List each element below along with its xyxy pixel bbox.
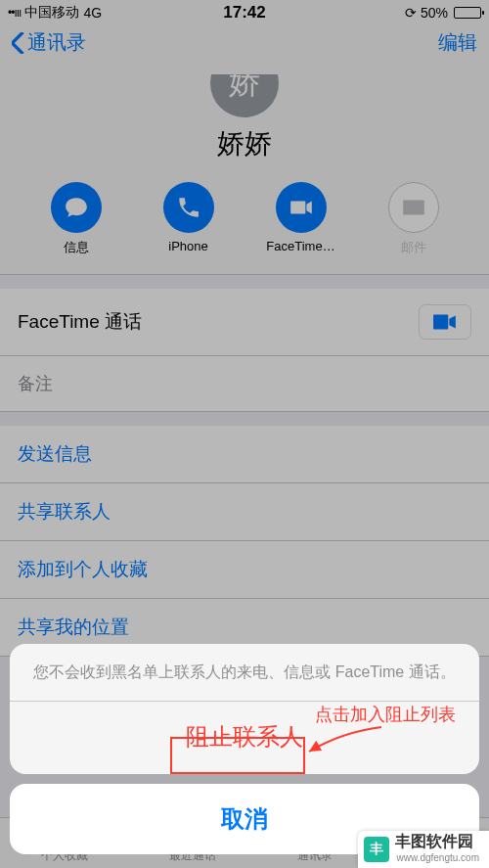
watermark-url: www.dgfengtu.com [397, 852, 480, 863]
watermark: 丰 丰图软件园 www.dgfengtu.com [358, 831, 490, 868]
watermark-name: 丰图软件园 [395, 832, 480, 852]
annotation-box [170, 737, 305, 774]
screen: ••ııı 中国移动 4G 17:42 ⟳ 50% 通讯录 编辑 娇 娇娇 信息… [0, 0, 489, 868]
annotation-arrow-icon [303, 722, 391, 761]
watermark-logo-icon: 丰 [364, 837, 389, 862]
cancel-label: 取消 [221, 805, 268, 832]
sheet-message: 您不会收到黑名单上联系人的来电、信息或 FaceTime 通话。 [10, 644, 479, 701]
